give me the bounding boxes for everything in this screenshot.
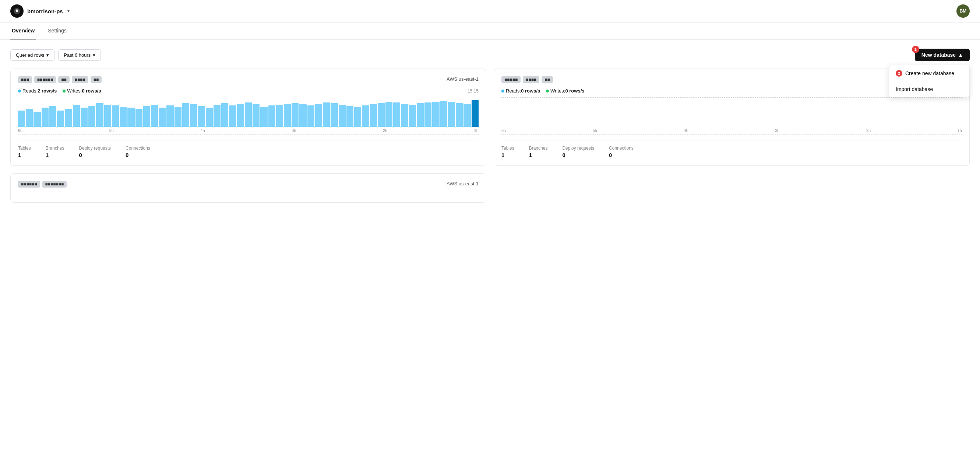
avatar[interactable]: BM — [956, 5, 970, 18]
new-database-button[interactable]: New database ▲ — [915, 49, 970, 61]
db-card-3-header: ■■■■■■ ■■■■■■■ AWS us-east-1 — [18, 181, 479, 188]
create-database-menu-item[interactable]: 2 Create new database — [889, 65, 969, 81]
bar — [276, 105, 283, 127]
import-database-menu-item[interactable]: Import database — [889, 81, 969, 97]
time-dropdown[interactable]: Past 6 hours ▾ — [58, 49, 101, 61]
db-card-1-legend: Reads:2 rows/s Writes:0 rows/s — [18, 88, 101, 94]
bar — [127, 108, 134, 127]
writes-legend-2: Writes:0 rows/s — [546, 88, 584, 94]
db-name-pill-1b: ■■■■■■ — [34, 76, 56, 83]
db-card-1-region: AWS us-east-1 — [447, 76, 479, 82]
bar — [182, 103, 189, 127]
db-name-pill-2a: ■■■■■ — [501, 76, 520, 83]
stat-tables-label-1: Tables — [18, 145, 31, 151]
bar — [417, 103, 424, 127]
bar — [253, 104, 259, 127]
time-label-4h-2: 4h — [684, 128, 689, 133]
writes-dot — [63, 89, 65, 93]
new-database-badge: 1 — [912, 46, 919, 53]
metric-chevron-icon: ▾ — [46, 52, 49, 58]
bar — [96, 103, 103, 127]
import-database-label: Import database — [896, 86, 933, 92]
stat-tables-value-1: 1 — [18, 152, 31, 158]
bar — [401, 104, 408, 127]
bar — [339, 105, 346, 127]
stat-connections-value-1: 0 — [126, 152, 150, 158]
toolbar: Queried rows ▾ Past 6 hours ▾ 1 New data… — [10, 49, 970, 61]
db-card-1-chart: 6h 5h 4h 3h 2h 1h — [18, 97, 479, 134]
main-content: Queried rows ▾ Past 6 hours ▾ 1 New data… — [0, 40, 980, 212]
reads-legend: Reads:2 rows/s — [18, 88, 57, 94]
bar — [331, 103, 337, 127]
bar — [268, 105, 275, 127]
bar — [175, 107, 181, 127]
bar — [307, 105, 314, 127]
db-name-pill-1c: ■■ — [58, 76, 70, 83]
stat-deploy-value-2: 0 — [562, 152, 594, 158]
org-chevron-icon[interactable]: ▾ — [67, 8, 70, 14]
db-card-2-stats: Tables 1 Branches 1 Deploy requests 0 Co… — [501, 140, 962, 158]
stat-tables-value-2: 1 — [501, 152, 514, 158]
stat-tables-label-2: Tables — [501, 145, 514, 151]
stat-branches-2: Branches 1 — [529, 145, 548, 158]
new-database-wrapper: 1 New database ▲ 2 Create new database I… — [915, 49, 970, 61]
bar — [260, 107, 267, 127]
tab-overview[interactable]: Overview — [10, 22, 36, 40]
chart-dashed-line-1 — [18, 134, 479, 134]
bar — [245, 102, 252, 127]
bar — [112, 105, 119, 127]
bar — [26, 109, 33, 127]
bar — [120, 107, 127, 127]
db-card-1-name-row: ■■■ ■■■■■■ ■■ ■■■■ ■■ — [18, 76, 102, 83]
chart-time-labels-2: 6h 5h 4h 3h 2h 1h — [501, 128, 962, 133]
bar — [385, 102, 393, 127]
db-name-pill-1e: ■■ — [91, 76, 102, 83]
stat-tables-2: Tables 1 — [501, 145, 514, 158]
org-name: bmorrison-ps — [27, 8, 63, 14]
bar — [378, 103, 385, 127]
header: bmorrison-ps ▾ BM — [0, 0, 980, 22]
time-label-3h-2: 3h — [775, 128, 780, 133]
stat-tables-1: Tables 1 — [18, 145, 31, 158]
bar — [347, 106, 353, 127]
db-card-4-placeholder — [494, 173, 970, 203]
bar — [229, 105, 236, 127]
chart-dashed-line-2 — [501, 134, 962, 134]
time-label-5h: 5h — [109, 128, 114, 133]
time-chevron-icon: ▾ — [93, 52, 95, 58]
reads-dot — [18, 89, 21, 93]
bar — [448, 102, 455, 127]
db-card-3-partial[interactable]: ■■■■■■ ■■■■■■■ AWS us-east-1 — [10, 173, 486, 203]
db-card-1-stats: Tables 1 Branches 1 Deploy requests 0 Co… — [18, 140, 479, 158]
time-label-2h: 2h — [383, 128, 387, 133]
bar — [354, 107, 361, 127]
bar — [456, 103, 463, 127]
new-database-label: New database — [921, 52, 956, 58]
bar — [41, 108, 49, 127]
bar — [57, 110, 64, 127]
bar — [151, 105, 158, 127]
logo[interactable] — [10, 5, 24, 18]
bar — [221, 103, 228, 127]
db-name-pill-3a: ■■■■■■ — [18, 181, 40, 188]
metric-dropdown[interactable]: Queried rows ▾ — [10, 49, 54, 61]
bar — [190, 104, 197, 127]
stat-branches-value-2: 1 — [529, 152, 548, 158]
db-card-1-timestamp: 15:15 — [468, 88, 479, 94]
bar — [409, 105, 416, 127]
reads-legend-2: Reads:0 rows/s — [501, 88, 540, 94]
bar — [159, 108, 165, 127]
db-card-1-header: ■■■ ■■■■■■ ■■ ■■■■ ■■ AWS us-east-1 — [18, 76, 479, 83]
db-card-2-chart: 6h 5h 4h 3h 2h 1h — [501, 97, 962, 134]
time-label-3h: 3h — [291, 128, 296, 133]
db-name-pill-2b: ■■■■ — [523, 76, 539, 83]
writes-legend: Writes:0 rows/s — [63, 88, 101, 94]
bar — [284, 104, 291, 127]
new-database-dropdown-menu: 2 Create new database Import database — [889, 65, 970, 97]
time-label-5h-2: 5h — [593, 128, 597, 133]
partial-cards-grid: ■■■■■■ ■■■■■■■ AWS us-east-1 — [10, 173, 970, 203]
tab-settings[interactable]: Settings — [46, 22, 68, 40]
bar — [166, 105, 173, 127]
db-card-1[interactable]: ■■■ ■■■■■■ ■■ ■■■■ ■■ AWS us-east-1 Read… — [10, 69, 486, 166]
time-label-1h: 1h — [474, 128, 479, 133]
